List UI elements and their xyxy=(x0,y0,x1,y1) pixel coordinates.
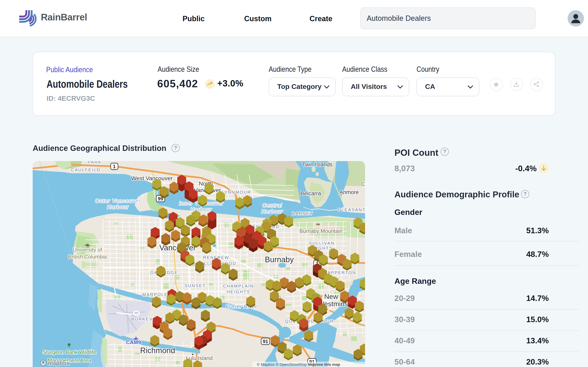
svg-text:MARPOLE: MARPOLE xyxy=(142,292,168,297)
svg-text:PLEASANTS: PLEASANTS xyxy=(338,207,365,212)
svg-text:Cy: Cy xyxy=(361,181,365,187)
svg-text:Anmore: Anmore xyxy=(339,189,359,195)
svg-text:LYNNMOUR: LYNNMOUR xyxy=(222,190,251,194)
svg-text:West Vancouver: West Vancouver xyxy=(131,175,173,182)
svg-text:mapbox: mapbox xyxy=(48,360,70,366)
svg-text:CAULFEILD: CAULFEILD xyxy=(71,167,100,172)
svg-text:SUNSET: SUNSET xyxy=(185,283,206,288)
svg-text:CAM9: CAM9 xyxy=(126,339,141,345)
svg-text:1: 1 xyxy=(113,164,116,169)
svg-text:Sturgeon Bank Wildlife: Sturgeon Bank Wildlife xyxy=(43,349,96,355)
svg-text:New: New xyxy=(324,292,338,300)
svg-text:Richmond: Richmond xyxy=(140,346,175,355)
svg-text:PARK: PARK xyxy=(88,161,102,164)
svg-text:Central: Central xyxy=(262,202,282,208)
svg-text:HEIGHTS: HEIGHTS xyxy=(227,289,250,294)
svg-text:Outer Vancouver: Outer Vancouver xyxy=(95,198,141,204)
svg-text:© Mapbox © OpenStreetMap Impro: © Mapbox © OpenStreetMap Improve this ma… xyxy=(257,362,340,367)
svg-text:BARNET: BARNET xyxy=(292,211,313,216)
svg-text:Harbour: Harbour xyxy=(190,207,212,212)
svg-text:British Columbia: British Columbia xyxy=(68,254,107,260)
svg-text:Twin Islands: Twin Islands xyxy=(302,161,333,167)
svg-text:Burnaby: Burnaby xyxy=(265,255,294,264)
svg-text:Belcarra: Belcarra xyxy=(301,191,321,197)
svg-text:CHAMPLAIN: CHAMPLAIN xyxy=(223,284,254,288)
svg-text:91: 91 xyxy=(263,339,268,344)
svg-text:University of: University of xyxy=(73,247,102,253)
svg-text:Burnaby Mountain: Burnaby Mountain xyxy=(299,228,342,234)
svg-text:Harbour: Harbour xyxy=(107,204,129,210)
svg-text:Harbour: Harbour xyxy=(261,209,283,214)
svg-text:SULLIVAN: SULLIVAN xyxy=(309,241,335,245)
